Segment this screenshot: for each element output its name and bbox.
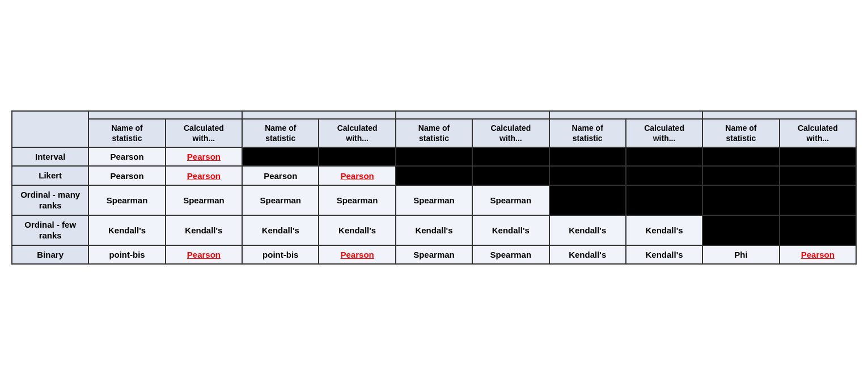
data-cell-r2c2: Spearman [242,185,319,215]
data-cell-r0c7 [626,147,702,167]
data-cell-r1c7 [626,166,702,185]
col-group-likert [242,111,396,119]
data-cell-r1c6 [549,166,626,185]
data-cell-r2c8 [702,185,779,215]
col-group-ordinal-many [396,111,549,119]
data-cell-r3c4: Kendall's [396,215,472,245]
data-cell-r4c7: Kendall's [626,245,702,265]
table-row: LikertPearsonPearsonPearsonPearson [12,166,856,185]
table-row: Binarypoint-bisPearsonpoint-bisPearsonSp… [12,245,856,265]
col-group-interval [88,111,242,119]
data-cell-r3c0: Kendall's [88,215,165,245]
data-cell-r4c9: Pearson [780,245,856,265]
sub-header-ordmany-name: Name ofstatistic [396,119,472,147]
row-header-4: Binary [12,245,88,265]
table-wrapper: Name ofstatistic Calculatedwith... Name … [0,99,868,276]
data-cell-r2c6 [549,185,626,215]
sub-header-binary-calc: Calculatedwith... [780,119,856,147]
data-cell-r0c3 [319,147,395,167]
data-cell-r0c5 [472,147,549,167]
data-cell-r1c1: Pearson [166,166,242,185]
row-header-3: Ordinal - fewranks [12,215,88,245]
data-cell-r0c6 [549,147,626,167]
data-cell-r4c0: point-bis [88,245,165,265]
data-cell-r1c9 [780,166,856,185]
sub-header-binary-name: Name ofstatistic [702,119,779,147]
data-cell-r3c3: Kendall's [319,215,395,245]
col-group-ordinal-few [549,111,703,119]
data-cell-r2c7 [626,185,702,215]
data-cell-r3c2: Kendall's [242,215,319,245]
data-cell-r3c8 [702,215,779,245]
data-cell-r4c2: point-bis [242,245,319,265]
data-cell-r0c8 [702,147,779,167]
table-row: Ordinal - fewranksKendall'sKendall'sKend… [12,215,856,245]
data-cell-r3c5: Kendall's [472,215,549,245]
sub-header-interval-calc: Calculatedwith... [166,119,242,147]
data-cell-r0c4 [396,147,472,167]
col-group-binary [702,111,856,119]
data-cell-r2c3: Spearman [319,185,395,215]
data-cell-r1c8 [702,166,779,185]
row-header-1: Likert [12,166,88,185]
data-cell-r3c1: Kendall's [166,215,242,245]
data-cell-r1c4 [396,166,472,185]
data-cell-r4c1: Pearson [166,245,242,265]
data-cell-r3c6: Kendall's [549,215,626,245]
table-row: IntervalPearsonPearson [12,147,856,167]
sub-header-likert-calc: Calculatedwith... [319,119,395,147]
data-cell-r1c2: Pearson [242,166,319,185]
row-header-2: Ordinal - manyranks [12,185,88,215]
data-cell-r1c5 [472,166,549,185]
row-header-0: Interval [12,147,88,167]
correlation-table: Name ofstatistic Calculatedwith... Name … [11,110,857,265]
data-cell-r4c4: Spearman [396,245,472,265]
data-cell-r4c6: Kendall's [549,245,626,265]
sub-header-likert-name: Name ofstatistic [242,119,319,147]
data-cell-r0c1: Pearson [166,147,242,167]
table-row: Ordinal - manyranksSpearmanSpearmanSpear… [12,185,856,215]
sub-header-row: Name ofstatistic Calculatedwith... Name … [12,119,856,147]
data-cell-r0c9 [780,147,856,167]
data-cell-r2c5: Spearman [472,185,549,215]
data-cell-r1c0: Pearson [88,166,165,185]
data-cell-r0c2 [242,147,319,167]
sub-header-ordfew-calc: Calculatedwith... [626,119,702,147]
data-cell-r2c0: Spearman [88,185,165,215]
data-cell-r0c0: Pearson [88,147,165,167]
col-group-row [12,111,856,119]
data-cell-r2c4: Spearman [396,185,472,215]
data-cell-r4c8: Phi [702,245,779,265]
data-cell-r1c3: Pearson [319,166,395,185]
data-cell-r2c9 [780,185,856,215]
data-cell-r3c7: Kendall's [626,215,702,245]
corner-cell [12,111,88,147]
data-cell-r2c1: Spearman [166,185,242,215]
data-cell-r4c5: Spearman [472,245,549,265]
data-cell-r4c3: Pearson [319,245,395,265]
sub-header-interval-name: Name ofstatistic [88,119,165,147]
data-cell-r3c9 [780,215,856,245]
sub-header-ordfew-name: Name ofstatistic [549,119,626,147]
sub-header-ordmany-calc: Calculatedwith... [472,119,549,147]
